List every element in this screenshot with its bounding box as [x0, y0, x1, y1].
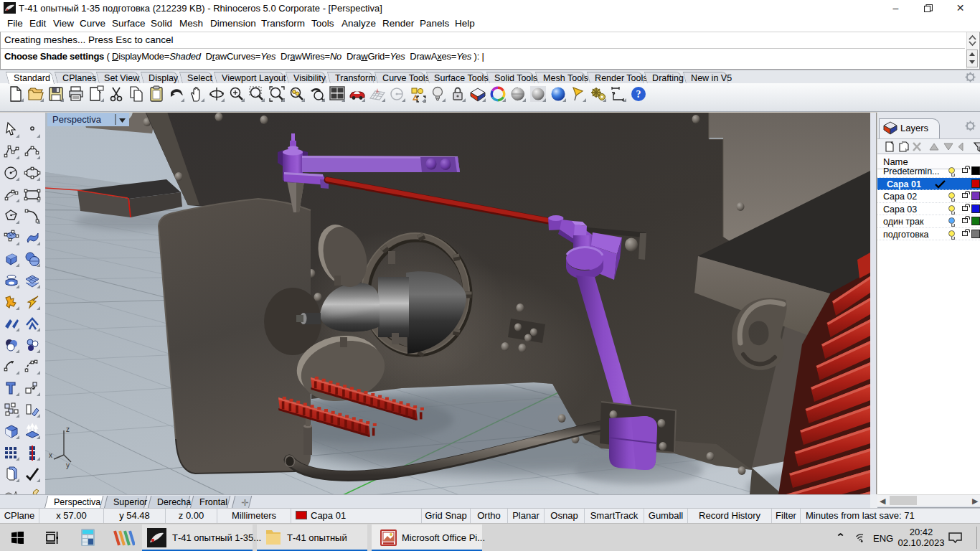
- svg-text:?: ?: [636, 89, 641, 100]
- svg-text:x: x: [49, 451, 52, 459]
- svg-text:Perspectiva: Perspectiva: [52, 114, 102, 125]
- svg-text:y: y: [66, 461, 70, 469]
- svg-text:z: z: [66, 425, 70, 433]
